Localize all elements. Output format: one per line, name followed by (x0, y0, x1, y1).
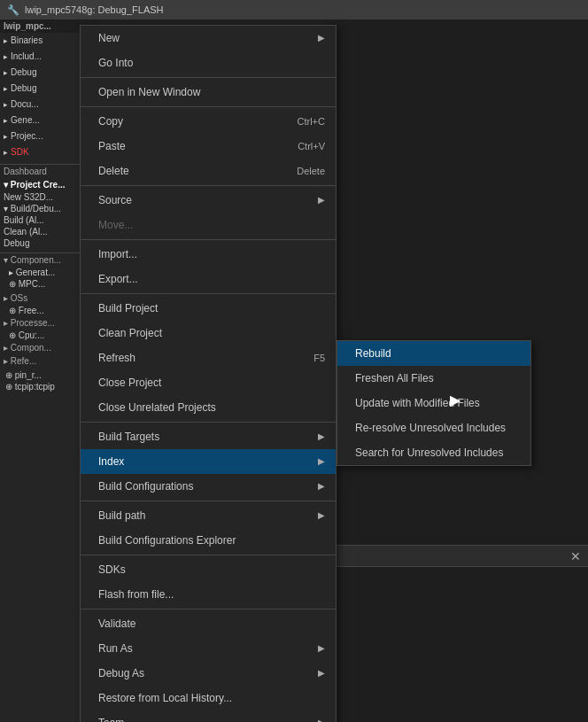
menu-item-export[interactable]: Export... (81, 267, 336, 291)
menu-item-label-import: Import... (98, 245, 137, 263)
menu-shortcut-paste: Ctrl+V (298, 137, 325, 155)
menu-item-open-new-window[interactable]: Open in New Window (81, 80, 336, 105)
menu-item-paste[interactable]: PasteCtrl+V (81, 134, 336, 159)
menu-item-label-build-project: Build Project (98, 299, 158, 317)
menu-item-label-flash-from-file: Flash from file... (98, 586, 174, 603)
menu-item-import[interactable]: Import... (81, 242, 336, 267)
menu-item-close-project[interactable]: Close Project (81, 370, 336, 395)
menu-item-move: Move... (81, 213, 336, 237)
submenu-arrow-new: ▶ (318, 29, 325, 47)
menu-item-label-build-path: Build path (98, 507, 145, 524)
menu-item-label-open-new-window: Open in New Window (98, 83, 200, 101)
submenu-item-label-update-modified: Update with Modified Files (355, 394, 480, 412)
menu-item-label-copy: Copy (98, 113, 123, 130)
menu-item-label-validate: Validate (98, 615, 135, 633)
menu-item-label-clean-project: Clean Project (98, 324, 162, 342)
menu-item-label-refresh: Refresh (98, 349, 135, 367)
menu-item-label-debug-as: Debug As (98, 664, 144, 682)
menu-item-label-close-project: Close Project (98, 374, 161, 392)
menu-item-new[interactable]: New▶ (81, 26, 336, 50)
menu-item-label-build-targets: Build Targets (98, 428, 159, 446)
menu-separator-4 (81, 106, 336, 107)
menu-item-label-source: Source (98, 191, 132, 209)
menu-shortcut-copy: Ctrl+C (298, 113, 325, 130)
menu-item-team[interactable]: Team▶ (81, 710, 336, 722)
menu-item-label-team: Team (98, 714, 124, 722)
menu-item-run-as[interactable]: Run As▶ (81, 636, 336, 661)
menu-separator-27 (81, 555, 336, 555)
menu-separator-20 (81, 422, 336, 423)
context-menu: New▶Go IntoOpen in New WindowCopyCtrl+CP… (80, 25, 337, 722)
menu-separator-2 (81, 77, 336, 78)
menu-item-label-new: New (98, 29, 120, 47)
menu-item-label-move: Move... (98, 216, 133, 234)
menu-separator-8 (81, 185, 336, 186)
menu-separator-30 (81, 609, 336, 609)
menu-item-flash-from-file[interactable]: Flash from file... (81, 582, 336, 607)
submenu-item-rebuild[interactable]: Rebuild (337, 341, 530, 366)
submenu-arrow-build-configs: ▶ (318, 477, 325, 495)
menu-item-build-configs-explorer[interactable]: Build Configurations Explorer (81, 528, 336, 553)
menu-item-label-build-configs-explorer: Build Configurations Explorer (98, 532, 236, 549)
menu-item-build-project[interactable]: Build Project (81, 296, 336, 321)
menu-item-label-close-unrelated: Close Unrelated Projects (98, 399, 216, 416)
submenu-arrow-source: ▶ (318, 191, 325, 209)
submenu-item-update-modified[interactable]: Update with Modified Files (337, 391, 530, 415)
menu-item-sdks[interactable]: SDKs (81, 557, 336, 582)
menu-item-label-sdks: SDKs (98, 561, 126, 578)
menu-separator-11 (81, 239, 336, 240)
submenu-item-label-rebuild: Rebuild (355, 345, 391, 362)
menu-item-label-paste: Paste (98, 137, 126, 155)
menu-item-label-run-as: Run As (98, 640, 133, 657)
menu-item-build-path[interactable]: Build path▶ (81, 503, 336, 528)
menu-item-label-export: Export... (98, 270, 138, 288)
menu-separator-24 (81, 501, 336, 501)
menu-separator-14 (81, 293, 336, 294)
menu-shortcut-delete: Delete (297, 162, 325, 180)
menu-item-label-go-into: Go Into (98, 54, 133, 72)
submenu-item-label-freshen-all: Freshen All Files (355, 369, 434, 387)
menu-item-restore-local[interactable]: Restore from Local History... (81, 686, 336, 710)
menu-item-clean-project[interactable]: Clean Project (81, 321, 336, 345)
menu-item-go-into[interactable]: Go Into (81, 50, 336, 75)
submenu-item-search-unresolved[interactable]: Search for Unresolved Includes (337, 440, 530, 465)
submenu-item-label-search-unresolved: Search for Unresolved Includes (355, 444, 503, 462)
menu-item-source[interactable]: Source▶ (81, 188, 336, 213)
menu-item-label-build-configs: Build Configurations (98, 477, 193, 495)
menu-item-label-index: Index (98, 453, 124, 470)
index-submenu: RebuildFreshen All FilesUpdate with Modi… (337, 340, 531, 466)
menu-item-delete[interactable]: DeleteDelete (81, 159, 336, 183)
menu-item-validate[interactable]: Validate (81, 611, 336, 636)
submenu-item-label-re-resolve: Re-resolve Unresolved Includes (355, 419, 506, 437)
menu-item-label-restore-local: Restore from Local History... (98, 689, 232, 707)
menu-item-build-targets[interactable]: Build Targets▶ (81, 424, 336, 449)
menu-item-debug-as[interactable]: Debug As▶ (81, 661, 336, 686)
menu-item-copy[interactable]: CopyCtrl+C (81, 109, 336, 134)
submenu-item-re-resolve[interactable]: Re-resolve Unresolved Includes (337, 415, 530, 440)
menu-shortcut-refresh: F5 (313, 349, 325, 367)
menu-item-close-unrelated[interactable]: Close Unrelated Projects (81, 395, 336, 420)
submenu-item-freshen-all[interactable]: Freshen All Files (337, 366, 530, 391)
submenu-arrow-index: ▶ (318, 453, 325, 470)
submenu-arrow-team: ▶ (318, 714, 325, 722)
menu-item-refresh[interactable]: RefreshF5 (81, 345, 336, 370)
submenu-arrow-debug-as: ▶ (318, 664, 325, 682)
context-menu-overlay[interactable]: New▶Go IntoOpen in New WindowCopyCtrl+CP… (0, 0, 588, 722)
menu-item-build-configs[interactable]: Build Configurations▶ (81, 474, 336, 499)
submenu-arrow-build-path: ▶ (318, 507, 325, 524)
menu-item-index[interactable]: Index▶ (81, 449, 336, 474)
submenu-arrow-build-targets: ▶ (318, 428, 325, 446)
submenu-arrow-run-as: ▶ (318, 640, 325, 657)
menu-item-label-delete: Delete (98, 162, 129, 180)
